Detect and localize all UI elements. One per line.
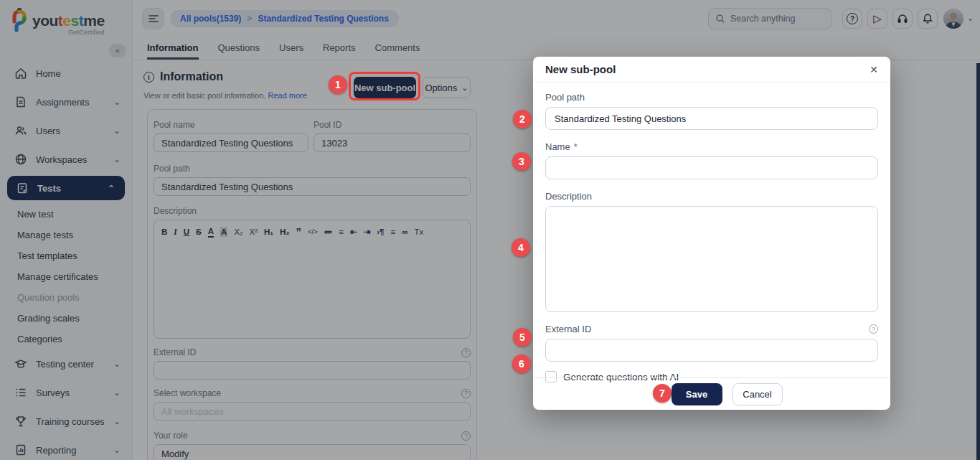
dialog-external-id-input[interactable] [545, 339, 878, 362]
annotation-badge-3: 3 [512, 152, 531, 171]
dialog-description-label: Description [545, 191, 878, 202]
new-sub-pool-dialog: New sub-pool ✕ Pool path Name * Descript… [533, 57, 890, 410]
help-icon[interactable]: ? [869, 324, 878, 334]
cancel-button[interactable]: Cancel [732, 383, 783, 405]
dialog-external-id-label: External ID ? [545, 324, 878, 334]
dialog-name-label: Name * [545, 141, 878, 152]
dialog-pool-path-label: Pool path [545, 92, 878, 103]
annotation-badge-5: 5 [513, 328, 532, 347]
annotation-highlight-ring [349, 72, 420, 100]
annotation-badge-7: 7 [653, 384, 672, 403]
dialog-description-textarea[interactable] [545, 206, 878, 312]
annotation-badge-2: 2 [513, 110, 532, 128]
dialog-name-input[interactable] [545, 156, 878, 179]
app-root: youtestme GetCertified « Home Assignment… [0, 0, 980, 460]
annotation-badge-1: 1 [329, 75, 347, 94]
close-icon: ✕ [870, 64, 878, 75]
annotation-badge-6: 6 [512, 355, 531, 373]
annotation-badge-4: 4 [512, 238, 530, 257]
close-button[interactable]: ✕ [870, 64, 878, 75]
save-button[interactable]: Save [672, 383, 722, 405]
dialog-pool-path-input[interactable] [545, 107, 878, 130]
dialog-title: New sub-pool [545, 63, 616, 75]
required-mark: * [574, 141, 578, 152]
